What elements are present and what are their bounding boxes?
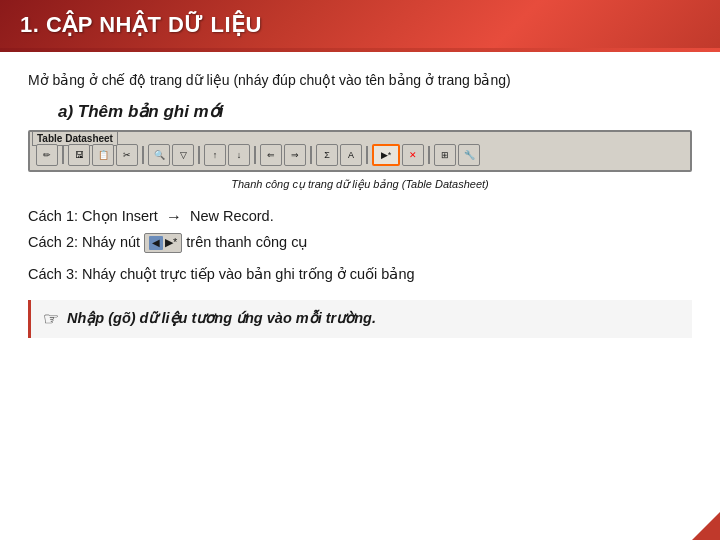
- tb-btn-7[interactable]: ↑: [204, 144, 226, 166]
- inline-nav-button[interactable]: ◀ ▶*: [144, 233, 182, 253]
- tb-sep-4: [254, 146, 256, 164]
- header-bar: 1. CẬP NHẬT DỮ LIỆU: [0, 0, 720, 52]
- note-text: Nhập (gõ) dữ liệu tương ứng vào mỗi trườ…: [67, 308, 376, 330]
- tb-sep-2: [142, 146, 144, 164]
- tb-btn-4[interactable]: ✂: [116, 144, 138, 166]
- tb-btn-14[interactable]: ⊞: [434, 144, 456, 166]
- tb-sep-6: [366, 146, 368, 164]
- toolbar-caption: Thanh công cụ trang dữ liệu bảng (Table …: [28, 178, 692, 191]
- nav-star-icon: ▶*: [165, 233, 177, 252]
- method3-text: Cách 3: Nháy chuột trực tiếp vào bản ghi…: [28, 263, 692, 286]
- tb-btn-6[interactable]: ▽: [172, 144, 194, 166]
- tb-btn-9[interactable]: ⇐: [260, 144, 282, 166]
- toolbar-container: Table Datasheet ✏ 🖫 📋 ✂ 🔍 ▽ ↑ ↓ ⇐ ⇒ Σ A …: [28, 130, 692, 172]
- nav-prev-icon: ◀: [149, 236, 163, 250]
- finger-icon: ☞: [43, 308, 59, 330]
- method2-prefix: Cách 2: Nháy nút: [28, 230, 140, 255]
- tb-btn-11[interactable]: Σ: [316, 144, 338, 166]
- tb-btn-15[interactable]: 🔧: [458, 144, 480, 166]
- main-content: Mở bảng ở chế độ trang dữ liệu (nháy đúp…: [0, 52, 720, 350]
- tb-btn-8[interactable]: ↓: [228, 144, 250, 166]
- tb-sep-1: [62, 146, 64, 164]
- tb-btn-2[interactable]: 🖫: [68, 144, 90, 166]
- note-block: ☞ Nhập (gõ) dữ liệu tương ứng vào mỗi tr…: [28, 300, 692, 338]
- method2-suffix: trên thanh công cụ: [186, 230, 308, 255]
- method1-block: Cách 1: Chọn Insert → New Record. Cách 2…: [28, 203, 692, 255]
- page-title: 1. CẬP NHẬT DỮ LIỆU: [20, 12, 262, 37]
- corner-triangle: [692, 512, 720, 540]
- tb-btn-1[interactable]: ✏: [36, 144, 58, 166]
- tb-btn-12[interactable]: A: [340, 144, 362, 166]
- intro-paragraph: Mở bảng ở chế độ trang dữ liệu (nháy đúp…: [28, 70, 692, 91]
- tb-btn-13[interactable]: ✕: [402, 144, 424, 166]
- tb-sep-7: [428, 146, 430, 164]
- section-a-title: a) Thêm bản ghi mới: [58, 101, 692, 122]
- tb-btn-10[interactable]: ⇒: [284, 144, 306, 166]
- method1-line: Cách 1: Chọn Insert → New Record.: [28, 203, 692, 230]
- method1-suffix: New Record.: [190, 204, 274, 229]
- tb-btn-new-record[interactable]: ▶*: [372, 144, 400, 166]
- tb-btn-5[interactable]: 🔍: [148, 144, 170, 166]
- toolbar-inner: ✏ 🖫 📋 ✂ 🔍 ▽ ↑ ↓ ⇐ ⇒ Σ A ▶* ✕ ⊞ 🔧: [36, 144, 480, 166]
- method2-line: Cách 2: Nháy nút ◀ ▶* trên thanh công cụ: [28, 230, 692, 255]
- tb-sep-3: [198, 146, 200, 164]
- tb-btn-3[interactable]: 📋: [92, 144, 114, 166]
- method1-prefix: Cách 1: Chọn Insert: [28, 204, 158, 229]
- arrow-icon: →: [166, 203, 182, 230]
- tb-sep-5: [310, 146, 312, 164]
